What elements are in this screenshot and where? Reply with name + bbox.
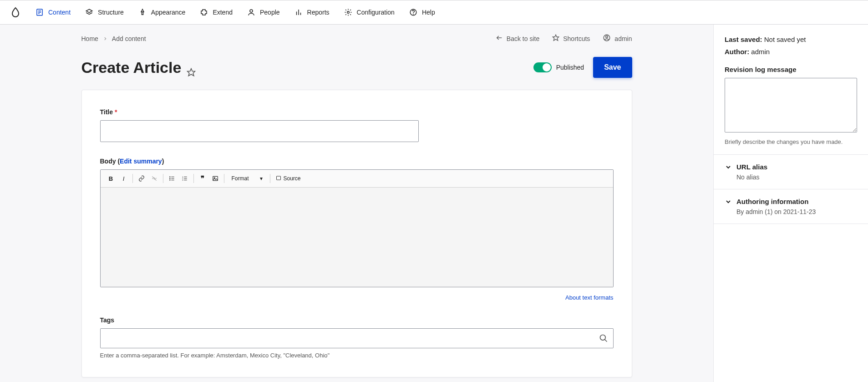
toolbar-item-extend[interactable]: Extend — [193, 5, 239, 20]
arrow-left-icon — [496, 34, 503, 43]
user-circle-icon — [603, 34, 611, 43]
italic-button[interactable]: I — [118, 173, 130, 184]
toolbar-label: Structure — [98, 9, 124, 16]
back-to-site-link[interactable]: Back to site — [496, 34, 539, 43]
toolbar-label: Configuration — [357, 9, 395, 16]
published-label: Published — [556, 64, 584, 71]
puzzle-icon — [200, 8, 208, 16]
required-mark: * — [113, 108, 117, 116]
svg-marker-4 — [86, 9, 92, 13]
link-button[interactable] — [136, 173, 147, 184]
revision-log-textarea[interactable] — [725, 78, 857, 132]
layers-icon — [85, 8, 93, 16]
bold-button[interactable]: B — [105, 173, 117, 184]
title-input[interactable] — [100, 120, 419, 142]
sidebar: Last saved: Not saved yet Author: admin … — [713, 25, 868, 382]
svg-point-10 — [347, 11, 349, 14]
form-card: Title * Body (Edit summary) B I — [81, 90, 632, 377]
svg-marker-17 — [188, 69, 195, 76]
toolbar-item-content[interactable]: Content — [29, 5, 77, 20]
revision-log-label: Revision log message — [725, 66, 857, 73]
blockquote-button[interactable]: ❞ — [197, 173, 208, 184]
document-icon — [36, 8, 44, 16]
body-label: Body (Edit summary) — [100, 158, 614, 165]
bar-chart-icon — [294, 8, 303, 16]
save-button[interactable]: Save — [593, 57, 632, 78]
toolbar-item-help[interactable]: Help — [403, 5, 442, 20]
svg-rect-5 — [142, 12, 143, 15]
authoring-info-section[interactable]: Authoring information — [725, 198, 857, 205]
editor-toolbar: B I 123 ❞ — [101, 170, 613, 188]
url-alias-value: No alias — [736, 173, 857, 181]
drupal-logo-icon[interactable] — [9, 6, 22, 19]
numbered-list-button[interactable]: 123 — [179, 173, 191, 184]
breadcrumb-home[interactable]: Home — [81, 35, 98, 42]
source-icon — [276, 175, 281, 182]
toolbar-item-appearance[interactable]: Appearance — [132, 5, 192, 20]
svg-marker-14 — [553, 35, 559, 41]
published-toggle[interactable] — [533, 62, 552, 72]
dropdown-caret-icon: ▾ — [260, 175, 263, 182]
editor-body[interactable] — [101, 188, 613, 287]
search-icon[interactable] — [599, 334, 608, 343]
source-button[interactable]: Source — [273, 175, 304, 182]
shortcuts-link[interactable]: Shortcuts — [552, 34, 590, 43]
toolbar-item-structure[interactable]: Structure — [79, 5, 130, 20]
user-menu[interactable]: admin — [603, 34, 632, 43]
revision-help-text: Briefly describe the changes you have ma… — [725, 138, 857, 145]
chevron-down-icon — [725, 163, 732, 171]
paintbrush-icon — [138, 8, 147, 16]
bullet-list-button[interactable] — [166, 173, 178, 184]
svg-point-6 — [250, 10, 253, 12]
toolbar-label: Help — [422, 9, 435, 16]
unlink-button[interactable] — [148, 173, 160, 184]
gear-icon — [344, 8, 352, 16]
edit-summary-link[interactable]: Edit summary — [120, 158, 162, 165]
svg-line-35 — [604, 340, 607, 342]
toolbar-item-reports[interactable]: Reports — [288, 5, 336, 20]
svg-rect-33 — [276, 176, 280, 180]
svg-point-34 — [600, 335, 605, 341]
authoring-info-value: By admin (1) on 2021-11-23 — [736, 208, 857, 215]
chevron-down-icon — [725, 198, 732, 205]
svg-point-23 — [169, 180, 170, 180]
svg-text:3: 3 — [182, 179, 183, 181]
admin-toolbar: Content Structure Appearance Extend Peop… — [0, 0, 868, 25]
page-title: Create Article — [81, 59, 182, 76]
svg-point-16 — [606, 36, 608, 38]
last-saved-row: Last saved: Not saved yet — [725, 36, 857, 43]
star-outline-icon — [552, 34, 559, 43]
toolbar-label: Extend — [213, 9, 233, 16]
svg-point-21 — [169, 178, 170, 178]
rich-text-editor: B I 123 ❞ — [100, 169, 614, 287]
toolbar-label: Appearance — [151, 9, 186, 16]
favorite-star-icon[interactable] — [187, 63, 196, 72]
person-icon — [247, 8, 255, 16]
help-icon — [409, 8, 417, 16]
tags-input[interactable] — [100, 328, 614, 348]
toolbar-label: Content — [48, 9, 71, 16]
breadcrumb-current[interactable]: Add content — [112, 35, 146, 42]
title-label: Title * — [100, 108, 614, 116]
toolbar-label: People — [260, 9, 280, 16]
tags-help-text: Enter a comma-separated list. For exampl… — [100, 352, 614, 359]
toolbar-item-configuration[interactable]: Configuration — [338, 5, 401, 20]
image-button[interactable] — [209, 173, 221, 184]
svg-point-19 — [169, 177, 170, 177]
breadcrumb: Home Add content — [81, 35, 146, 42]
toolbar-item-people[interactable]: People — [241, 5, 286, 20]
chevron-right-icon — [103, 35, 107, 42]
svg-point-12 — [413, 14, 414, 14]
toolbar-label: Reports — [307, 9, 330, 16]
tags-label: Tags — [100, 316, 614, 324]
url-alias-section[interactable]: URL alias — [725, 163, 857, 171]
about-text-formats-link[interactable]: About text formats — [565, 294, 614, 301]
author-row: Author: admin — [725, 48, 857, 56]
svg-rect-31 — [213, 176, 218, 180]
format-dropdown[interactable]: Format ▾ — [227, 175, 267, 182]
